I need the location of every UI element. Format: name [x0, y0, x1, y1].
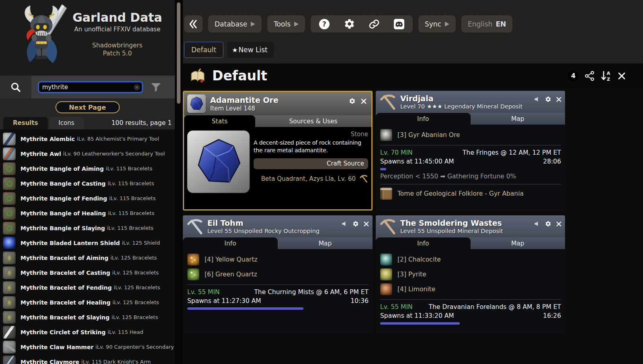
tab-info[interactable]: Info [183, 237, 278, 249]
result-item-name: Mythrite Bangle of Slaying [20, 225, 105, 231]
alembic-item-icon [3, 133, 16, 145]
circlet-item-icon [3, 326, 16, 339]
list-item[interactable]: Mythrite AwliLv. 90 Leatherworker's Seco… [0, 146, 175, 161]
alarm-mute-icon[interactable] [342, 221, 348, 227]
gear-icon[interactable] [352, 221, 359, 227]
list-item[interactable]: Mythrite Bracelet of FendingiLv. 125 Bra… [0, 280, 175, 295]
node-level: Lv. 55 MIN [380, 303, 413, 312]
clear-search-icon[interactable]: ✕ [134, 84, 140, 90]
tab-icons[interactable]: Icons [49, 117, 84, 129]
result-item-meta: iLv. 115 Head [108, 329, 143, 335]
tools-menu-button[interactable]: Tools [267, 15, 305, 33]
gear-icon[interactable] [545, 221, 551, 227]
node-timer: 10:36 [350, 297, 369, 306]
new-list-button[interactable]: ★New List [227, 42, 274, 58]
item-titles: Adamantite Ore Item Level 148 [210, 96, 278, 112]
close-icon[interactable] [360, 98, 367, 104]
list-item[interactable]: Mythrite Bladed Lantern ShieldiLv. 125 S… [0, 235, 175, 250]
list-item[interactable]: Mythrite Bracelet of CastingiLv. 125 Bra… [0, 265, 175, 280]
patch-info: Shadowbringers Patch 5.0 [72, 41, 163, 57]
database-menu-button[interactable]: Database [208, 15, 262, 33]
node-item-qty: [4] [397, 286, 406, 293]
scrollbar-thumb[interactable] [177, 2, 180, 104]
node-item-qty: [4] [205, 256, 213, 263]
result-item-name: Mythrite Bangle of Aiming [20, 166, 104, 172]
bracelet-item-icon [3, 296, 16, 309]
tab-stats[interactable]: Stats [184, 115, 255, 127]
tab-results[interactable]: Results [3, 117, 48, 129]
tab-info[interactable]: Info [376, 237, 471, 249]
language-button[interactable]: EnglishEN [461, 15, 512, 33]
sort-icon[interactable]: AZ [600, 70, 612, 82]
alarm-mute-icon[interactable] [534, 221, 541, 227]
search-input[interactable] [38, 82, 143, 93]
gathering-node-card[interactable]: Virdjala Level 70 ★★★ Legendary Mineral … [376, 91, 565, 211]
settings-gear-icon[interactable] [344, 18, 355, 30]
node-card-actions [342, 221, 369, 227]
list-item[interactable]: Mythrite ClaymoreiLv. 115 Dark Knight's … [0, 354, 175, 364]
node-time-row-1: Lv. 55 MIN The Churning Mists @ 6 AM, 6 … [187, 288, 369, 297]
collapse-sidebar-button[interactable] [184, 15, 203, 33]
gathering-node-card[interactable]: The Smoldering Wastes Level 55 Unspoiled… [376, 215, 565, 333]
sync-menu-button[interactable]: Sync [418, 15, 456, 33]
filter-icon[interactable] [150, 82, 162, 93]
close-list-icon[interactable] [617, 72, 626, 80]
node-item-row[interactable]: [6] Green Quartz [187, 268, 369, 280]
list-item[interactable]: Mythrite Claw HammeriLv. 90 Carpenter's … [0, 339, 175, 354]
list-item[interactable]: Mythrite AlembiciLv. 85 Alchemist's Prim… [0, 131, 175, 146]
item-icon [187, 94, 206, 113]
result-item-meta: iLv. 125 Bracelets [112, 314, 158, 320]
list-item[interactable]: Mythrite Bangle of AimingiLv. 115 Bracel… [0, 161, 175, 176]
item-card-body: Stone A decent-sized piece of rock conta… [184, 127, 371, 209]
tab-map[interactable]: Map [278, 237, 373, 249]
node-item-row[interactable]: [3] Gyr Abanian Ore [380, 129, 561, 141]
item-source-row[interactable]: Beta Quadrant, Azys Lla, Lv. 60 [254, 174, 368, 183]
list-item[interactable]: Mythrite Bracelet of SlayingiLv. 125 Bra… [0, 310, 175, 325]
list-item[interactable]: Mythrite Bangle of SlayingiLv. 115 Brace… [0, 221, 175, 235]
close-icon[interactable] [363, 221, 369, 227]
node-item-row[interactable]: [2] Chalcocite [380, 254, 561, 266]
tab-default-list[interactable]: Default [184, 42, 223, 58]
list-item[interactable]: Mythrite Bracelet of HealingiLv. 125 Bra… [0, 295, 175, 310]
sidebar-scrollbar[interactable] [175, 0, 183, 364]
list-item[interactable]: Mythrite Circlet of StrikingiLv. 115 Hea… [0, 325, 175, 339]
node-item-row[interactable]: [4] Limonite [380, 283, 561, 295]
discord-icon[interactable] [393, 18, 405, 30]
node-location: The Fringes @ 12 AM, 12 PM ET [463, 149, 561, 157]
item-card-adamantite-ore[interactable]: Adamantite Ore Item Level 148 Stats Sour… [183, 91, 373, 211]
node-item-row[interactable]: [3] Pyrite [380, 268, 561, 280]
node-extra-row[interactable]: Tome of Geological Folklore - Gyr Abania [380, 188, 561, 200]
result-item-name: Mythrite Awl [20, 151, 61, 157]
help-icon[interactable]: ? [318, 18, 330, 30]
list-item[interactable]: Mythrite Bracelet of AimingiLv. 125 Brac… [0, 250, 175, 265]
bangle-item-icon [3, 177, 16, 190]
gear-icon[interactable] [545, 96, 551, 102]
divider [380, 145, 561, 145]
svg-text:?: ? [322, 20, 326, 28]
tab-sources-uses[interactable]: Sources & Uses [255, 115, 371, 127]
gear-icon[interactable] [349, 98, 356, 104]
link-icon[interactable] [369, 18, 380, 30]
tab-map[interactable]: Map [471, 113, 565, 125]
share-icon[interactable] [584, 71, 595, 81]
node-item-name: Pyrite [408, 271, 426, 278]
gathering-node-card[interactable]: Eil Tohm Level 55 Unspoiled Rocky Outcro… [183, 215, 373, 333]
node-item-name: Yellow Quartz [215, 256, 258, 263]
next-page-button[interactable]: Next Page [55, 101, 120, 113]
node-card-actions [534, 221, 562, 227]
tab-info[interactable]: Info [376, 113, 471, 125]
close-icon[interactable] [556, 221, 562, 227]
spawn-progress-bar [380, 168, 386, 170]
list-item[interactable]: Mythrite Bangle of CastingiLv. 115 Brace… [0, 176, 175, 191]
node-item-qty: [3] [397, 131, 406, 139]
result-item-meta: iLv. 115 Dark Knight's Arm [81, 359, 151, 364]
svg-text:A: A [607, 71, 610, 76]
node-item-row[interactable]: [4] Yellow Quartz [187, 254, 369, 266]
alarm-mute-icon[interactable] [534, 96, 541, 102]
result-item-meta: iLv. 115 Bracelets [109, 195, 156, 201]
search-icon-box[interactable] [0, 76, 31, 98]
tab-map[interactable]: Map [471, 237, 565, 249]
list-item[interactable]: Mythrite Bangle of HealingiLv. 115 Brace… [0, 206, 175, 221]
close-icon[interactable] [556, 96, 562, 102]
list-item[interactable]: Mythrite Bangle of FendingiLv. 115 Brace… [0, 191, 175, 206]
